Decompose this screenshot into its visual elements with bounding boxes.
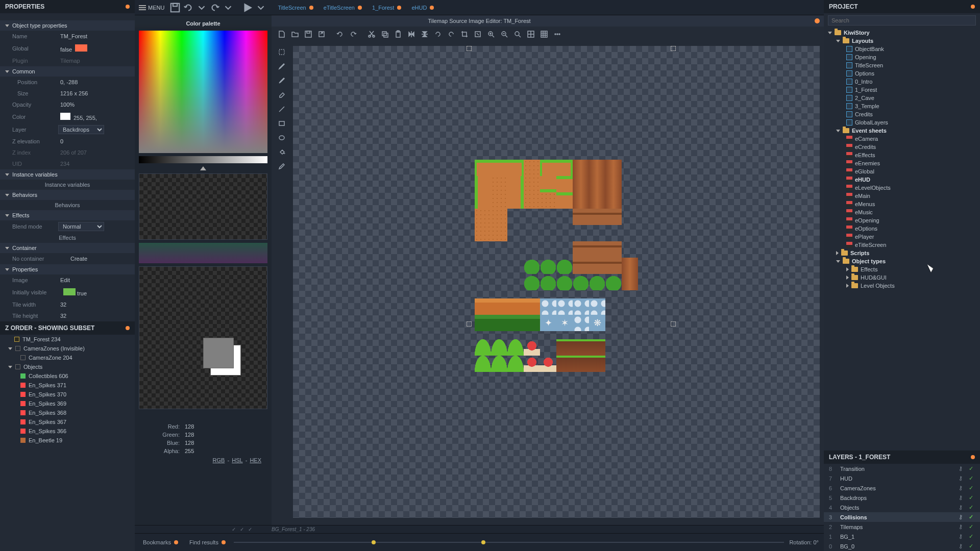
paste-icon[interactable] bbox=[392, 28, 404, 40]
menu-button[interactable]: MENU bbox=[135, 3, 168, 13]
visible-icon[interactable]: ✓ bbox=[969, 465, 975, 472]
layout-item[interactable]: 0_Intro bbox=[824, 78, 980, 86]
visible-icon[interactable]: ✓ bbox=[969, 494, 975, 501]
alpha-value[interactable]: 255 bbox=[185, 448, 194, 454]
zoom-in-icon[interactable] bbox=[485, 28, 497, 40]
layer-row[interactable]: 0BG_0⚷✓ bbox=[824, 541, 980, 551]
subfolder[interactable]: Level Objects bbox=[824, 282, 980, 290]
grid-icon[interactable] bbox=[525, 28, 537, 40]
palette-swatches[interactable] bbox=[139, 173, 267, 240]
zorder-item[interactable]: En_Spikes 368 bbox=[0, 408, 135, 417]
select-rect-icon[interactable] bbox=[276, 46, 288, 58]
cut-icon[interactable] bbox=[365, 28, 378, 40]
position-value[interactable]: 0, -288 bbox=[58, 78, 129, 86]
undo-icon[interactable] bbox=[334, 28, 346, 40]
global-value[interactable]: false bbox=[60, 46, 72, 53]
lock-icon[interactable]: ⚷ bbox=[959, 465, 965, 472]
layout-item[interactable]: GlobalLayers bbox=[824, 118, 980, 127]
name-value[interactable]: TM_Forest bbox=[58, 32, 129, 40]
event-item[interactable]: eCredits bbox=[824, 143, 980, 151]
lock-icon[interactable]: ⚷ bbox=[959, 494, 965, 501]
blend-select[interactable]: Normal bbox=[58, 222, 104, 231]
objtypes-folder[interactable]: Object types bbox=[824, 257, 980, 265]
color-spectrum[interactable] bbox=[139, 31, 267, 153]
layer-row[interactable]: 4Objects⚷✓ bbox=[824, 503, 980, 512]
layout-item[interactable]: Credits bbox=[824, 110, 980, 118]
project-root[interactable]: KiwiStory bbox=[824, 29, 980, 37]
events-folder[interactable]: Event sheets bbox=[824, 127, 980, 135]
section-object-type[interactable]: Object type properties bbox=[0, 20, 135, 31]
play-dropdown-icon[interactable] bbox=[255, 2, 266, 13]
grid-settings-icon[interactable] bbox=[538, 28, 550, 40]
flip-v-icon[interactable] bbox=[419, 28, 431, 40]
zorder-item[interactable]: En_Spikes 366 bbox=[0, 427, 135, 436]
save-file-icon[interactable] bbox=[302, 28, 314, 40]
layer-row[interactable]: 3Collisions⚷✓ bbox=[824, 512, 980, 522]
layout-item[interactable]: 2_Cave bbox=[824, 94, 980, 102]
layer-row[interactable]: 2Tilemaps⚷✓ bbox=[824, 522, 980, 532]
layer-row[interactable]: 1BG_1⚷✓ bbox=[824, 532, 980, 541]
layout-item[interactable]: Options bbox=[824, 69, 980, 78]
export-icon[interactable] bbox=[315, 28, 328, 40]
green-value[interactable]: 128 bbox=[185, 432, 194, 438]
close-icon[interactable] bbox=[815, 18, 820, 23]
open-folder-icon[interactable] bbox=[289, 28, 301, 40]
layer-row[interactable]: 6CameraZones⚷✓ bbox=[824, 483, 980, 493]
section-effects[interactable]: Effects bbox=[0, 210, 135, 220]
mode-hsl[interactable]: HSL bbox=[232, 457, 242, 463]
crop-icon[interactable] bbox=[458, 28, 471, 40]
fg-bg-preview[interactable] bbox=[139, 266, 267, 409]
visible-icon[interactable]: ✓ bbox=[969, 523, 975, 530]
tilewidth-value[interactable]: 32 bbox=[58, 300, 129, 309]
red-value[interactable]: 128 bbox=[185, 423, 194, 430]
initvis-toggle[interactable] bbox=[63, 288, 76, 295]
edit-button[interactable]: Edit bbox=[58, 276, 129, 284]
event-item[interactable]: eLevelObjects bbox=[824, 184, 980, 192]
visible-icon[interactable]: ✓ bbox=[969, 543, 975, 549]
lock-icon[interactable]: ⚷ bbox=[959, 485, 965, 491]
visible-icon[interactable]: ✓ bbox=[969, 475, 975, 482]
event-item[interactable]: eMenus bbox=[824, 200, 980, 208]
more-icon[interactable] bbox=[551, 28, 564, 40]
find-results-tab[interactable]: Find results bbox=[186, 538, 229, 546]
rect-icon[interactable] bbox=[276, 117, 288, 130]
zoom-fit-icon[interactable] bbox=[511, 28, 524, 40]
redo-icon[interactable] bbox=[347, 28, 359, 40]
lock-icon[interactable]: ⚷ bbox=[959, 504, 965, 511]
event-item[interactable]: eOpening bbox=[824, 216, 980, 224]
section-inst-vars[interactable]: Instance variables bbox=[0, 169, 135, 180]
zorder-item[interactable]: En_Spikes 369 bbox=[0, 399, 135, 408]
resize-icon[interactable] bbox=[472, 28, 484, 40]
eyedropper-icon[interactable] bbox=[276, 160, 288, 172]
visible-icon[interactable]: ✓ bbox=[969, 485, 975, 491]
visible-icon[interactable]: ✓ bbox=[969, 533, 975, 540]
slider-thumb-icon[interactable] bbox=[200, 166, 206, 170]
ellipse-icon[interactable] bbox=[276, 132, 288, 144]
subfolder[interactable]: HUD&GUI bbox=[824, 273, 980, 282]
blue-value[interactable]: 128 bbox=[185, 440, 194, 446]
eraser-icon[interactable] bbox=[276, 89, 288, 101]
timeline-scrubber[interactable] bbox=[234, 542, 785, 543]
pencil-icon[interactable] bbox=[276, 60, 288, 72]
layer-row[interactable]: 5Backdrops⚷✓ bbox=[824, 493, 980, 503]
zorder-objects[interactable]: Objects bbox=[0, 362, 135, 371]
tab-1forest[interactable]: 1_Forest bbox=[368, 3, 405, 13]
canvas[interactable]: ✦✶❋ bbox=[293, 46, 820, 518]
lock-icon[interactable]: ⚷ bbox=[959, 533, 965, 540]
layout-item[interactable]: TitleScreen bbox=[824, 61, 980, 69]
flip-h-icon[interactable] bbox=[405, 28, 418, 40]
lock-icon[interactable]: ⚷ bbox=[959, 514, 965, 520]
mode-rgb[interactable]: RGB bbox=[213, 457, 225, 463]
fg-color-swatch[interactable] bbox=[203, 338, 234, 368]
selection-handle[interactable] bbox=[671, 46, 676, 51]
timeline-marker[interactable] bbox=[372, 540, 376, 544]
zorder-item[interactable]: En_Spikes 371 bbox=[0, 381, 135, 390]
timeline-marker[interactable] bbox=[481, 540, 485, 544]
visible-icon[interactable]: ✓ bbox=[969, 514, 975, 520]
tileheight-value[interactable]: 32 bbox=[58, 312, 129, 320]
zorder-item[interactable]: Collectibles 606 bbox=[0, 371, 135, 381]
selection-handle[interactable] bbox=[467, 321, 472, 327]
tab-etitlescreen[interactable]: eTitleScreen bbox=[320, 3, 366, 13]
undo-icon[interactable] bbox=[183, 2, 194, 13]
color-value[interactable]: 255, 255, bbox=[74, 115, 97, 121]
